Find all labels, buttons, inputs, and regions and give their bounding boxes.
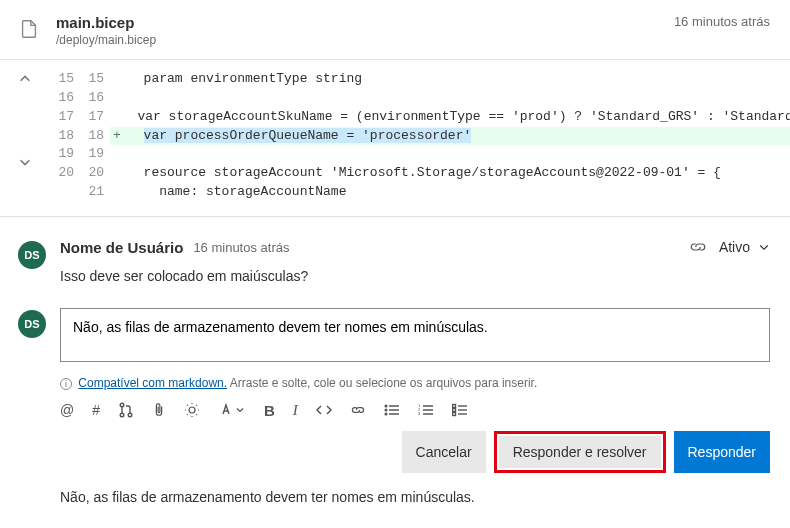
attach-hint: Arraste e solte, cole ou selecione os ar… [230,376,538,390]
hash-icon[interactable]: # [92,402,100,418]
lightbulb-icon[interactable] [184,402,200,418]
format-toolbar: @ # B I [0,394,790,425]
svg-text:3: 3 [418,411,421,416]
file-header: main.bicep /deploy/main.bicep 16 minutos… [0,0,790,60]
italic-icon[interactable]: I [293,402,298,419]
avatar: DS [18,241,46,269]
file-path: /deploy/main.bicep [56,33,156,47]
bulleted-list-icon[interactable] [384,403,400,417]
comment-text: Isso deve ser colocado em maiúsculas? [60,268,770,284]
file-timestamp: 16 minutos atrás [674,14,770,29]
pull-request-icon[interactable] [118,402,134,418]
svg-point-1 [120,414,124,418]
reply-block: DS [0,294,790,370]
svg-point-2 [128,414,132,418]
bold-icon[interactable]: B [264,402,275,419]
checklist-icon[interactable] [452,403,468,417]
svg-point-5 [385,410,387,412]
comment-thread: DS Nome de Usuário 16 minutos atrás Ativ… [0,217,790,294]
svg-point-6 [385,414,387,416]
reply-buttons: Cancelar Responder e resolver Responder [0,425,790,483]
permalink-icon[interactable] [689,240,707,254]
info-icon: i [60,378,72,390]
code-line [110,89,790,108]
svg-point-0 [120,404,124,408]
avatar: DS [18,310,46,338]
expand-up-icon[interactable] [18,72,32,93]
file-info: main.bicep /deploy/main.bicep [56,14,156,47]
svg-point-4 [385,406,387,408]
comment-time: 16 minutos atrás [193,240,289,255]
status-dropdown[interactable]: Ativo [719,239,770,255]
svg-rect-10 [452,405,455,408]
status-label: Ativo [719,239,750,255]
reply-hint: i Compatível com markdown. Arraste e sol… [0,370,790,394]
svg-rect-12 [452,413,455,416]
code-line [110,145,790,164]
svg-point-3 [189,407,195,413]
code-line: resource storageAccount 'Microsoft.Stora… [110,164,790,183]
chevron-down-icon [234,404,246,416]
code-icon[interactable] [316,403,332,417]
mention-icon[interactable]: @ [60,402,74,418]
text-color-icon[interactable] [218,402,246,418]
attachment-icon[interactable] [152,402,166,418]
chevron-down-icon [758,241,770,253]
link-icon[interactable] [350,404,366,416]
file-name: main.bicep [56,14,156,31]
markdown-help-link[interactable]: Compatível com markdown. [78,376,227,390]
highlight-box: Responder e resolver [494,431,666,473]
old-line-numbers: 151617181920 [50,70,80,202]
comment-author: Nome de Usuário [60,239,183,256]
numbered-list-icon[interactable]: 1 2 3 [418,403,434,417]
code-line: param environmentType string [110,70,790,89]
cancel-button[interactable]: Cancelar [402,431,486,473]
code-line: var storageAccountSkuName = (environment… [110,108,790,127]
reply-button[interactable]: Responder [674,431,771,473]
diff-view: 151617181920 15161718192021 param enviro… [0,60,790,217]
new-line-numbers: 15161718192021 [80,70,110,202]
code-line: + var processOrderQueueName = 'processor… [110,127,790,146]
file-icon [18,18,42,42]
reply-resolve-button[interactable]: Responder e resolver [499,436,661,468]
code-line: name: storageAccountName [110,183,790,202]
expand-down-icon[interactable] [18,155,32,176]
svg-rect-11 [452,409,455,412]
reply-preview: Não, as filas de armazenamento devem ter… [0,483,790,519]
reply-input[interactable] [60,308,770,362]
code-lines: param environmentType string var storage… [110,70,790,202]
